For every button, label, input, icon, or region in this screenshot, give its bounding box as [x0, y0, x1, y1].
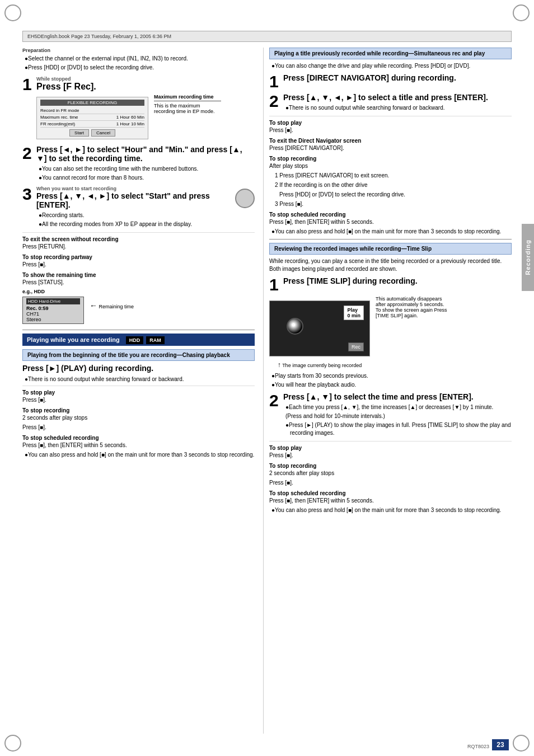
timeslip-rec-bar: Rec	[348, 342, 364, 351]
step2-bullet-1: ●You can also set the recording time wit…	[36, 165, 255, 173]
chasing-bullet-1: ●There is no sound output while searchin…	[22, 375, 255, 383]
chasing-stop-sched-text1: Press [■], then [ENTER] within 5 seconds…	[22, 442, 255, 449]
header-path: EH5DEnglish.book Page 23 Tuesday, Februa…	[27, 34, 171, 39]
chasing-stop-rec-text: 2 seconds after play stops	[22, 414, 255, 422]
timeslip-step2-bullet-3: ●Press [►] (PLAY) to show the play image…	[283, 421, 512, 437]
divider3	[22, 386, 255, 386]
step1-heading: Press [F Rec].	[36, 82, 255, 92]
timeslip-stop-sched-label: To stop scheduled recording	[269, 490, 512, 496]
show-remaining-label: To show the remaining time	[22, 272, 255, 278]
step3-bullet-1: ●Recording starts.	[36, 212, 232, 219]
max-rec-desc: This is the maximum recording time in EP…	[154, 103, 221, 114]
flex-rec-row3-val: 1 Hour 10 Min	[116, 121, 144, 126]
step3-content: When you want to start recording Press […	[36, 186, 232, 229]
simul-step1-content: Press [DIRECT NAVIGATOR] during recordin…	[283, 73, 512, 84]
simul-stop-rec-item2: 2 If the recording is on the other drive	[269, 181, 512, 189]
flex-rec-row3: FR recording(est) 1 Hour 10 Min	[40, 121, 144, 128]
page-number: 23	[492, 739, 509, 750]
timeslip-stop-rec-label: To stop recording	[269, 463, 512, 469]
step3-heading: Press [▲, ▼, ◄, ►] to select "Start" and…	[36, 191, 232, 209]
hdd-remaining-label: Remaining time	[99, 304, 134, 309]
left-column: Preparation ●Select the channel or the e…	[22, 48, 263, 734]
prep-bullet-1: ●Select the channel or the external inpu…	[22, 55, 255, 63]
simul-stop-rec-item3: Press [HDD] or [DVD] to select the recor…	[269, 191, 512, 199]
simul-step2-bullet-1: ●There is no sound output while searchin…	[283, 104, 512, 112]
simul-stop-rec-item1: 1 Press [DIRECT NAVIGATOR] to exit scree…	[269, 172, 512, 180]
flex-rec-row3-label: FR recording(est)	[40, 121, 75, 126]
timeslip-bullet-2: ●You will hear the playback audio.	[269, 381, 512, 389]
simul-banner: Playing a title previously recorded whil…	[269, 48, 512, 59]
simul-step2-heading: Press [▲, ▼, ◄, ►] to select a title and…	[283, 93, 512, 102]
timeslip-note: This automatically disappears after appr…	[376, 296, 448, 318]
hdd-badge: HDD RAM	[126, 336, 165, 343]
timeslip-stop-sched-text1: Press [■], then [ENTER] within 5 seconds…	[269, 497, 512, 505]
chasing-stop-play-label: To stop play	[22, 389, 255, 396]
side-recording-tab: Recording	[522, 224, 534, 291]
step1-label: While stopped	[36, 76, 255, 82]
page-code: RQT8023	[467, 744, 489, 749]
simul-stop-rec-item4: 3 Press [■].	[269, 200, 512, 208]
simul-stop-sched-text1: Press [■], then [ENTER] within 5 seconds…	[269, 218, 512, 226]
stop-rec-partway-text: Press [■].	[22, 261, 255, 269]
flex-rec-row2-val: 1 Hour 60 Min	[116, 115, 144, 120]
simul-exit-nav-text: Press [DIRECT NAVIGATOR].	[269, 144, 512, 152]
timeslip-stop-sched-text2: ●You can also press and hold [■] on the …	[269, 506, 512, 514]
hdd-title: HDD Hard-Drive	[26, 298, 80, 304]
flex-rec-title: FLEXIBLE RECORDING	[40, 100, 144, 106]
timeslip-play-bar: Play 0 min	[344, 306, 364, 320]
hdd-note: ← Remaining time	[90, 301, 134, 310]
simul-stop-play-label: To stop play	[269, 120, 512, 126]
side-tab-label: Recording	[524, 240, 531, 275]
timeslip-step1-number: 1	[269, 276, 280, 293]
flex-rec-row1-label: Record in FR mode	[40, 108, 79, 113]
flex-rec-buttons: Start Cancel	[40, 129, 144, 137]
flex-cancel-btn[interactable]: Cancel	[91, 129, 115, 137]
timeslip-step2-bullet-2: (Press and hold for 10-minute intervals.…	[283, 412, 512, 420]
step2-container: 2 Press [◄, ►] to select "Hour" and "Min…	[22, 145, 255, 183]
divider2	[22, 330, 255, 330]
chasing-banner-title: Playing from the beginning of the title …	[27, 352, 230, 358]
max-rec-label: Maximum recording time	[154, 94, 221, 101]
chasing-stop-play-text: Press [■].	[22, 396, 255, 404]
simul-step2-content: Press [▲, ▼, ◄, ►] to select a title and…	[283, 93, 512, 113]
timeslip-step1-content: Press [TIME SLIP] during recording.	[283, 276, 512, 288]
divider-r3	[269, 441, 512, 442]
main-content: Preparation ●Select the channel or the e…	[22, 48, 512, 734]
step2-number: 2	[22, 145, 34, 162]
exit-screen-label: To exit the screen without recording	[22, 236, 255, 242]
timeslip-step2-number: 2	[269, 392, 280, 409]
timeslip-bullet-1: ●Play starts from 30 seconds previous.	[269, 372, 512, 380]
playing-banner: Playing while you are recording HDD RAM	[22, 334, 255, 346]
timeslip-step1-heading: Press [TIME SLIP] during recording.	[283, 276, 512, 285]
step2-heading: Press [◄, ►] to select "Hour" and "Min."…	[36, 145, 255, 163]
timeslip-image-section: Play 0 min Rec ↑ The image currently bei…	[269, 296, 512, 369]
timeslip-step2-bullet-1: ●Each time you press [▲, ▼], the time in…	[283, 403, 512, 411]
timeslip-banner: Reviewing the recorded images while reco…	[269, 243, 512, 255]
ram-badge-text: RAM	[146, 336, 165, 344]
divider-r2	[269, 239, 512, 240]
chasing-stop-sched-label: To stop scheduled recording	[22, 435, 255, 441]
hdd-row3: Stereo	[26, 317, 80, 322]
chasing-heading: Press [►] (PLAY) during recording.	[22, 364, 255, 373]
exit-screen-text: Press [RETURN].	[22, 243, 255, 251]
hdd-row1: Rec. 0:59	[26, 306, 80, 311]
flex-start-btn[interactable]: Start	[69, 129, 89, 137]
preparation-section: Preparation ●Select the channel or the e…	[22, 48, 255, 72]
timeslip-step2-content: Press [▲, ▼] to select the time and pres…	[283, 392, 512, 438]
simul-bullet-1: ●You can also change the drive and play …	[269, 62, 512, 70]
simul-stop-play-text: Press [■].	[269, 126, 512, 134]
timeslip-caption: ↑ The image currently being recorded	[269, 361, 370, 369]
simul-banner-title: Playing a title previously recorded whil…	[274, 50, 485, 57]
flex-rec-row1: Record in FR mode	[40, 107, 144, 114]
disc-icon	[235, 189, 255, 208]
step3-container: 3 When you want to start recording Press…	[22, 186, 255, 229]
simul-step1-container: 1 Press [DIRECT NAVIGATOR] during record…	[269, 73, 512, 90]
simul-stop-rec-label: To stop recording	[269, 156, 512, 162]
simul-stop-rec-item0: After play stops	[269, 162, 512, 170]
timeslip-desc: While recording, you can play a scene in…	[269, 257, 512, 273]
preparation-title: Preparation	[22, 48, 255, 53]
timeslip-play-time: 0 min	[347, 313, 360, 318]
timeslip-stop-rec-text2: Press [■].	[269, 479, 512, 487]
simul-step1-number: 1	[269, 73, 280, 90]
chasing-stop-rec-label: To stop recording	[22, 407, 255, 414]
